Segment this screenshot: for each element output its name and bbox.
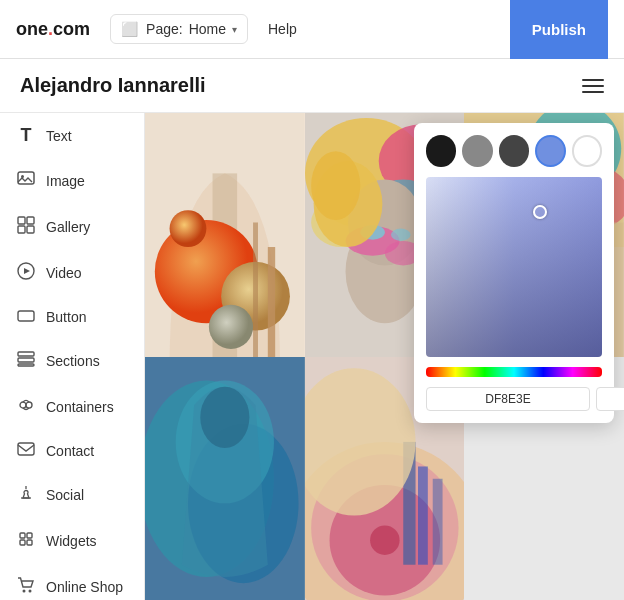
swatch-black[interactable] — [426, 135, 456, 167]
svg-marker-7 — [24, 268, 30, 274]
svg-rect-31 — [253, 222, 258, 356]
chevron-down-icon: ▾ — [232, 24, 237, 35]
sidebar: T Text Image Gallery Video Button — [0, 113, 145, 600]
hamburger-menu[interactable] — [582, 79, 604, 93]
hex-input[interactable] — [426, 387, 590, 411]
sidebar-item-onlineshop[interactable]: Online Shop — [0, 564, 144, 600]
main-area: T Text Image Gallery Video Button — [0, 113, 624, 600]
svg-rect-30 — [268, 247, 275, 356]
svg-point-42 — [391, 229, 411, 241]
sidebar-label-gallery: Gallery — [46, 219, 90, 235]
sidebar-label-widgets: Widgets — [46, 533, 97, 549]
svg-point-44 — [311, 151, 360, 220]
page-name: Home — [189, 21, 226, 37]
swatch-white[interactable] — [572, 135, 602, 167]
sidebar-item-sections[interactable]: Sections — [0, 338, 144, 384]
sidebar-item-button[interactable]: Button — [0, 296, 144, 338]
sidebar-label-social: Social — [46, 487, 84, 503]
sections-icon — [16, 350, 36, 372]
header: one.com ⬜ Page: Home ▾ Help Publish — [0, 0, 624, 59]
color-spectrum-bar[interactable] — [426, 367, 602, 377]
r-input[interactable] — [596, 387, 624, 411]
sidebar-label-button: Button — [46, 309, 86, 325]
page-label: Page: — [146, 21, 183, 37]
sidebar-label-contact: Contact — [46, 443, 94, 459]
sidebar-item-containers[interactable]: Containers — [0, 384, 144, 430]
video-icon — [16, 262, 36, 284]
site-name: Alejandro Iannarelli — [20, 74, 206, 97]
sidebar-label-text: Text — [46, 128, 72, 144]
hamburger-line-3 — [582, 91, 604, 93]
svg-point-20 — [29, 590, 32, 593]
svg-rect-5 — [27, 226, 34, 233]
page-icon: ⬜ — [121, 21, 138, 37]
site-bar: Alejandro Iannarelli — [0, 59, 624, 113]
svg-rect-16 — [27, 533, 32, 538]
sidebar-item-text[interactable]: T Text — [0, 113, 144, 158]
sidebar-item-gallery[interactable]: Gallery — [0, 204, 144, 250]
button-icon — [16, 308, 36, 326]
gradient-selector-handle[interactable] — [533, 205, 547, 219]
sidebar-label-containers: Containers — [46, 399, 114, 415]
svg-point-29 — [170, 210, 207, 247]
sidebar-item-image[interactable]: Image — [0, 158, 144, 204]
logo-text: one — [16, 19, 48, 40]
logo-suffix: com — [53, 19, 90, 40]
color-picker — [414, 123, 614, 423]
gallery-item-1[interactable] — [145, 113, 305, 357]
svg-rect-3 — [27, 217, 34, 224]
svg-rect-10 — [18, 358, 34, 362]
color-swatches-row — [426, 135, 602, 167]
contact-icon — [16, 442, 36, 460]
svg-rect-17 — [20, 540, 25, 545]
svg-rect-14 — [18, 443, 34, 455]
logo: one.com — [16, 19, 90, 40]
page-selector[interactable]: ⬜ Page: Home ▾ — [110, 14, 248, 44]
color-gradient-area[interactable] — [426, 177, 602, 357]
sidebar-label-image: Image — [46, 173, 85, 189]
svg-point-28 — [209, 305, 253, 349]
hamburger-line-2 — [582, 85, 604, 87]
svg-rect-18 — [27, 540, 32, 545]
svg-point-19 — [23, 590, 26, 593]
sidebar-item-social[interactable]: Social — [0, 472, 144, 518]
swatch-darkgray[interactable] — [499, 135, 529, 167]
svg-rect-65 — [418, 466, 428, 564]
canvas-area — [145, 113, 624, 600]
svg-rect-8 — [18, 311, 34, 321]
svg-rect-4 — [18, 226, 25, 233]
svg-rect-11 — [18, 364, 34, 366]
svg-point-58 — [200, 386, 249, 447]
sidebar-label-onlineshop: Online Shop — [46, 579, 123, 595]
social-icon — [16, 484, 36, 506]
sidebar-item-widgets[interactable]: Widgets — [0, 518, 144, 564]
svg-point-12 — [20, 402, 26, 408]
svg-rect-15 — [20, 533, 25, 538]
containers-icon — [16, 396, 36, 418]
gallery-item-4[interactable] — [145, 357, 305, 601]
sidebar-item-video[interactable]: Video — [0, 250, 144, 296]
svg-rect-66 — [432, 478, 442, 564]
sidebar-label-sections: Sections — [46, 353, 100, 369]
text-icon: T — [16, 125, 36, 146]
svg-point-13 — [26, 402, 32, 408]
sidebar-label-video: Video — [46, 265, 82, 281]
image-icon — [16, 170, 36, 192]
widgets-icon — [16, 530, 36, 552]
svg-rect-9 — [18, 352, 34, 356]
publish-button[interactable]: Publish — [510, 0, 608, 59]
sidebar-item-contact[interactable]: Contact — [0, 430, 144, 472]
swatch-gray[interactable] — [462, 135, 492, 167]
svg-point-63 — [370, 525, 399, 554]
help-button[interactable]: Help — [268, 21, 297, 37]
hamburger-line-1 — [582, 79, 604, 81]
onlineshop-icon — [16, 576, 36, 598]
svg-rect-2 — [18, 217, 25, 224]
color-inputs-row — [426, 387, 602, 411]
gallery-icon — [16, 216, 36, 238]
swatch-blue[interactable] — [535, 135, 565, 167]
